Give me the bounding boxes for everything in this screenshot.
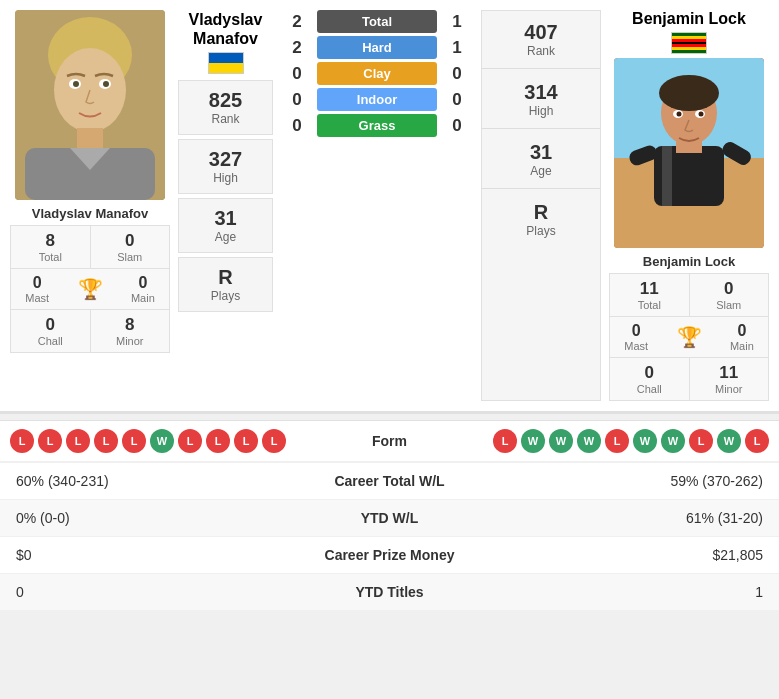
ytd-wl-row: 0% (0-0) YTD W/L 61% (31-20) xyxy=(0,500,779,537)
left-flag xyxy=(178,52,273,74)
right-mast-item: 0 Mast xyxy=(624,322,648,352)
left-age-cell: 31 Age xyxy=(178,198,273,253)
form-badge: W xyxy=(549,429,573,453)
right-player-stats-grid: 11 Total 0 Slam 0 Mast 🏆 0 Main xyxy=(609,273,769,401)
clay-score-line: 0 Clay 0 xyxy=(281,62,473,85)
left-total-cell: 8 Total xyxy=(11,226,90,268)
indoor-score-line: 0 Indoor 0 xyxy=(281,88,473,111)
form-badge: L xyxy=(605,429,629,453)
ytd-titles-row: 0 YTD Titles 1 xyxy=(0,574,779,611)
career-total-wl-right: 59% (370-262) xyxy=(490,473,764,489)
left-player-name: Vladyslav Manafov xyxy=(32,206,148,221)
ytd-wl-left: 0% (0-0) xyxy=(16,510,290,526)
right-player-photo xyxy=(614,58,764,248)
indoor-button[interactable]: Indoor xyxy=(317,88,437,111)
left-player-stats-grid: 8 Total 0 Slam 0 Mast 🏆 0 Main xyxy=(10,225,170,353)
right-main-item: 0 Main xyxy=(730,322,754,352)
svg-point-6 xyxy=(103,81,109,87)
total-score-line: 2 Total 1 xyxy=(281,10,473,33)
ytd-titles-left: 0 xyxy=(16,584,290,600)
left-high-cell: 327 High xyxy=(178,139,273,194)
career-total-wl-left: 60% (340-231) xyxy=(16,473,290,489)
ytd-wl-label: YTD W/L xyxy=(290,510,490,526)
form-badge: W xyxy=(717,429,741,453)
svg-point-13 xyxy=(659,75,719,111)
right-total-cell: 11 Total xyxy=(610,274,689,316)
right-chall-cell: 0 Chall xyxy=(610,358,689,400)
left-plays-cell: R Plays xyxy=(178,257,273,312)
right-age-cell: 31 Age xyxy=(482,131,600,189)
zimbabwe-flag xyxy=(671,32,707,54)
form-badge: L xyxy=(493,429,517,453)
score-surface-block: 2 Total 1 2 Hard 1 0 Clay 0 0 xyxy=(281,10,473,137)
left-slam-cell: 0 Slam xyxy=(91,226,170,268)
form-badge: W xyxy=(661,429,685,453)
player-comparison-section: Vladyslav Manafov 8 Total 0 Slam 0 Mast … xyxy=(0,0,779,414)
right-high-cell: 314 High xyxy=(482,71,600,129)
left-trophy-row: 0 Mast 🏆 0 Main xyxy=(11,269,169,309)
career-total-wl-row: 60% (340-231) Career Total W/L 59% (370-… xyxy=(0,463,779,500)
left-trophy-icon: 🏆 xyxy=(78,277,103,301)
svg-point-19 xyxy=(677,112,682,117)
form-label: Form xyxy=(372,433,407,449)
career-stats-section: 60% (340-231) Career Total W/L 59% (370-… xyxy=(0,463,779,611)
form-badge: L xyxy=(38,429,62,453)
prize-money-label: Career Prize Money xyxy=(290,547,490,563)
form-badge: L xyxy=(122,429,146,453)
ytd-titles-label: YTD Titles xyxy=(290,584,490,600)
form-badge: L xyxy=(206,429,230,453)
right-trophy-row: 0 Mast 🏆 0 Main xyxy=(610,317,768,357)
prize-money-row: $0 Career Prize Money $21,805 xyxy=(0,537,779,574)
form-section: LLLLLWLLLL Form LWWWLWWLWL xyxy=(0,420,779,461)
right-rank-cell: 407 Rank xyxy=(482,11,600,69)
left-main-item: 0 Main xyxy=(131,274,155,304)
svg-point-20 xyxy=(699,112,704,117)
form-badge: L xyxy=(234,429,258,453)
right-form-badges: LWWWLWWLWL xyxy=(493,429,769,453)
grass-button[interactable]: Grass xyxy=(317,114,437,137)
right-player-name: Benjamin Lock xyxy=(643,254,735,269)
right-slam-cell: 0 Slam xyxy=(690,274,769,316)
form-badge: W xyxy=(577,429,601,453)
svg-point-5 xyxy=(73,81,79,87)
total-button[interactable]: Total xyxy=(317,10,437,33)
right-player-block: Benjamin Lock xyxy=(609,10,769,401)
hard-button[interactable]: Hard xyxy=(317,36,437,59)
career-total-wl-label: Career Total W/L xyxy=(290,473,490,489)
form-badge: L xyxy=(689,429,713,453)
main-container: Vladyslav Manafov 8 Total 0 Slam 0 Mast … xyxy=(0,0,779,611)
left-stat-column: Vladyslav Manafov 825 Rank 327 High 31 A… xyxy=(178,10,273,401)
ytd-titles-right: 1 xyxy=(490,584,764,600)
form-badge: L xyxy=(10,429,34,453)
form-badge: W xyxy=(633,429,657,453)
svg-rect-7 xyxy=(77,128,103,148)
left-minor-cell: 8 Minor xyxy=(91,310,170,352)
right-trophy-icon: 🏆 xyxy=(677,325,702,349)
right-plays-cell: R Plays xyxy=(482,191,600,248)
ytd-wl-right: 61% (31-20) xyxy=(490,510,764,526)
form-badge: L xyxy=(745,429,769,453)
form-badge: W xyxy=(521,429,545,453)
left-mast-item: 0 Mast xyxy=(25,274,49,304)
form-badge: W xyxy=(150,429,174,453)
form-badge: L xyxy=(178,429,202,453)
prize-money-left: $0 xyxy=(16,547,290,563)
form-badge: L xyxy=(66,429,90,453)
left-player-block: Vladyslav Manafov 8 Total 0 Slam 0 Mast … xyxy=(10,10,170,401)
right-stat-column: 407 Rank 314 High 31 Age R Plays xyxy=(481,10,601,401)
form-badge: L xyxy=(94,429,118,453)
form-badge: L xyxy=(262,429,286,453)
center-block: 2 Total 1 2 Hard 1 0 Clay 0 0 xyxy=(281,10,473,401)
hard-score-line: 2 Hard 1 xyxy=(281,36,473,59)
left-name-header: Vladyslav Manafov xyxy=(178,10,273,74)
left-form-badges: LLLLLWLLLL xyxy=(10,429,286,453)
ukraine-flag xyxy=(208,52,244,74)
clay-button[interactable]: Clay xyxy=(317,62,437,85)
prize-money-right: $21,805 xyxy=(490,547,764,563)
grass-score-line: 0 Grass 0 xyxy=(281,114,473,137)
svg-rect-16 xyxy=(676,141,702,153)
right-name-header: Benjamin Lock xyxy=(632,10,746,54)
left-chall-cell: 0 Chall xyxy=(11,310,90,352)
right-flag xyxy=(632,32,746,54)
svg-rect-15 xyxy=(662,146,672,206)
